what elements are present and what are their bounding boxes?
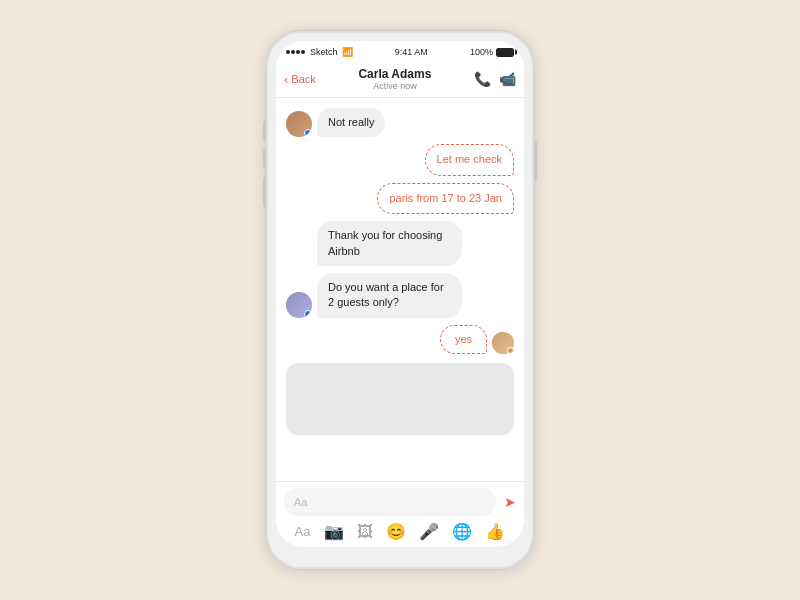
avatar-badge-1 <box>304 129 312 137</box>
message-row-2: Let me check <box>286 144 514 175</box>
avatar-5 <box>286 292 312 318</box>
status-right: 100% <box>470 47 514 57</box>
message-row-1: Not really <box>286 108 514 137</box>
bubble-3: paris from 17 to 23 Jan <box>377 183 514 214</box>
back-chevron-icon: ‹ <box>284 72 288 87</box>
input-placeholder: Aa <box>294 496 307 508</box>
message-text-4: Thank you for choosing Airbnb <box>328 229 442 256</box>
bubble-5: Do you want a place for 2 guests only? <box>317 273 462 318</box>
back-label: Back <box>291 73 315 85</box>
message-text-2: Let me check <box>437 153 502 165</box>
avatar-6 <box>492 332 514 354</box>
message-row-6: yes <box>286 325 514 354</box>
message-text-1: Not really <box>328 116 374 128</box>
avatar-1 <box>286 111 312 137</box>
signal-dot-3 <box>296 50 300 54</box>
keyboard-icon[interactable]: Aa <box>295 524 311 539</box>
app-name-label: Sketch <box>310 47 338 57</box>
message-row-4: Thank you for choosing Airbnb <box>286 221 514 266</box>
chat-header: ‹ Back Carla Adams Active now 📞 📹 <box>276 63 524 98</box>
signal-dot-4 <box>301 50 305 54</box>
header-center: Carla Adams Active now <box>316 67 474 91</box>
back-button[interactable]: ‹ Back <box>284 72 316 87</box>
battery-icon <box>496 48 514 57</box>
message-row-3: paris from 17 to 23 Jan <box>286 183 514 214</box>
message-row-5: Do you want a place for 2 guests only? <box>286 273 514 318</box>
volume-down-button <box>263 149 266 169</box>
status-left: Sketch 📶 <box>286 47 353 57</box>
signal-dots <box>286 50 305 54</box>
gallery-icon[interactable]: 🖼 <box>357 523 373 541</box>
signal-dot-1 <box>286 50 290 54</box>
phone-screen: Sketch 📶 9:41 AM 100% ‹ Back Carla Adams… <box>276 41 524 547</box>
messages-area: Not really Let me check paris from 17 to… <box>276 98 524 481</box>
side-buttons-right <box>534 141 537 181</box>
message-input[interactable]: Aa <box>284 488 496 516</box>
status-bar: Sketch 📶 9:41 AM 100% <box>276 41 524 63</box>
placeholder-content <box>286 363 514 435</box>
bottom-toolbar: Aa 📷 🖼 😊 🎤 🌐 👍 <box>284 522 516 541</box>
thumbsup-icon[interactable]: 👍 <box>485 522 505 541</box>
message-text-3: paris from 17 to 23 Jan <box>389 192 502 204</box>
phone-icon[interactable]: 📞 <box>474 71 491 87</box>
avatar-badge-5 <box>304 310 312 318</box>
header-icons: 📞 📹 <box>474 71 516 87</box>
silent-switch <box>263 177 266 207</box>
globe-icon[interactable]: 🌐 <box>452 522 472 541</box>
side-buttons-left <box>263 121 266 215</box>
wifi-icon: 📶 <box>342 47 353 57</box>
bubble-1: Not really <box>317 108 385 137</box>
power-button <box>534 141 537 181</box>
signal-dot-2 <box>291 50 295 54</box>
volume-up-button <box>263 121 266 141</box>
input-row: Aa ➤ <box>284 488 516 516</box>
message-text-6: yes <box>455 333 472 345</box>
avatar-small-badge-6 <box>507 347 514 354</box>
time-display: 9:41 AM <box>395 47 428 57</box>
bubble-2: Let me check <box>425 144 514 175</box>
bubble-6: yes <box>440 325 487 354</box>
camera-icon[interactable]: 📷 <box>324 522 344 541</box>
send-button[interactable]: ➤ <box>504 494 516 510</box>
input-area: Aa ➤ Aa 📷 🖼 😊 🎤 🌐 👍 <box>276 481 524 547</box>
message-text-5: Do you want a place for 2 guests only? <box>328 281 444 308</box>
video-icon[interactable]: 📹 <box>499 71 516 87</box>
contact-name: Carla Adams <box>316 67 474 81</box>
contact-status: Active now <box>316 81 474 91</box>
battery-label: 100% <box>470 47 493 57</box>
mic-icon[interactable]: 🎤 <box>419 522 439 541</box>
battery-fill <box>497 49 513 56</box>
emoji-icon[interactable]: 😊 <box>386 522 406 541</box>
bubble-4: Thank you for choosing Airbnb <box>317 221 462 266</box>
phone-frame: Sketch 📶 9:41 AM 100% ‹ Back Carla Adams… <box>265 30 535 570</box>
